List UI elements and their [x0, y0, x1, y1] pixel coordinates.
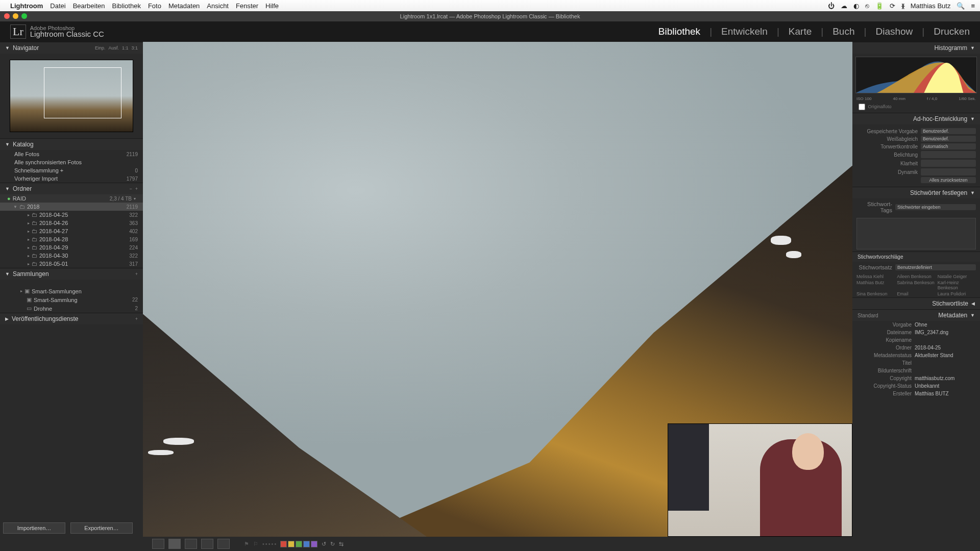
- publish-header[interactable]: ▶ Veröffentlichungsdienste +: [0, 313, 143, 324]
- vibrance-stepper[interactable]: [921, 168, 976, 176]
- plus-icon[interactable]: +: [135, 186, 138, 191]
- tone-auto-button[interactable]: Automatisch: [921, 143, 976, 149]
- catalog-row[interactable]: Alle Fotos2119: [0, 150, 143, 158]
- kwlist-header[interactable]: Stichwortliste ◀: [852, 297, 980, 309]
- catalog-row[interactable]: Vorheriger Import1797: [0, 174, 143, 183]
- survey-view-button[interactable]: [201, 539, 213, 549]
- import-button[interactable]: Importieren…: [3, 522, 65, 534]
- keyword-suggestion[interactable]: Laura Polidori: [938, 291, 976, 296]
- rating-stars[interactable]: •••••: [262, 541, 276, 547]
- module-buch[interactable]: Buch: [832, 26, 854, 37]
- menu-bibliothek[interactable]: Bibliothek: [112, 2, 141, 10]
- catalog-row[interactable]: Schnellsammlung +0: [0, 166, 143, 174]
- keyword-suggestion[interactable]: Aileen Benkeson: [897, 274, 935, 279]
- exposure-stepper[interactable]: [921, 151, 976, 158]
- clarity-stepper[interactable]: [921, 160, 976, 167]
- metadata-row[interactable]: Copyright-StatusUnbekannt: [852, 382, 980, 390]
- sys-icon[interactable]: 🔋: [875, 2, 884, 10]
- module-bibliothek[interactable]: Bibliothek: [658, 26, 700, 37]
- navigator-thumbnail[interactable]: [10, 60, 133, 132]
- rotate-left-icon[interactable]: ↺: [322, 541, 326, 547]
- navigator-crop-frame[interactable]: [44, 67, 121, 118]
- spotlight-icon[interactable]: 🔍: [957, 2, 965, 10]
- folder-row[interactable]: ▸🗀2018-04-29224: [0, 243, 143, 252]
- metadata-row[interactable]: DateinameIMG_2347.dng: [852, 329, 980, 336]
- sys-icon[interactable]: ᚕ: [901, 2, 904, 10]
- minus-icon[interactable]: −: [129, 186, 132, 191]
- original-checkbox[interactable]: [859, 104, 865, 110]
- collections-header[interactable]: ▼ Sammlungen +: [0, 268, 143, 280]
- plus-icon[interactable]: +: [135, 271, 138, 277]
- sync-icon[interactable]: ⇆: [339, 541, 344, 547]
- kw-sugg-header[interactable]: Stichwortvorschläge: [852, 252, 980, 262]
- collection-row[interactable]: ▭Drohne2: [0, 304, 143, 313]
- loupe-view[interactable]: [143, 42, 852, 537]
- volume-row[interactable]: ● RAID 2,3 / 4 TB ▾: [0, 194, 143, 203]
- folder-row[interactable]: ▸🗀2018-04-26363: [0, 219, 143, 227]
- menu-fenster[interactable]: Fenster: [236, 2, 258, 10]
- zoom-mode[interactable]: 3:1: [131, 45, 138, 51]
- sys-user[interactable]: Matthias Butz: [911, 2, 951, 10]
- sys-icon[interactable]: ⟳: [890, 2, 895, 10]
- menu-icon[interactable]: ≡: [971, 2, 975, 10]
- histogram[interactable]: [855, 57, 977, 93]
- disclosure-triangle-icon[interactable]: ◀: [971, 301, 975, 306]
- metadata-row[interactable]: ErstellerMatthias BUTZ: [852, 390, 980, 397]
- menu-bearbeiten[interactable]: Bearbeiten: [73, 2, 105, 10]
- rotate-right-icon[interactable]: ↻: [330, 541, 335, 547]
- keyword-set-dropdown[interactable]: Benutzerdefiniert: [895, 264, 976, 270]
- close-button[interactable]: [4, 13, 10, 19]
- folder-row[interactable]: ▸🗀2018-05-01317: [0, 260, 143, 268]
- folder-row[interactable]: ▸🗀2018-04-27402: [0, 227, 143, 235]
- menu-foto[interactable]: Foto: [148, 2, 161, 10]
- disclosure-triangle-icon[interactable]: ▼: [5, 271, 10, 277]
- metadata-row[interactable]: Copyrightmatthiasbutz.com: [852, 374, 980, 382]
- export-button[interactable]: Exportieren…: [70, 522, 133, 534]
- disclosure-triangle-icon[interactable]: ▼: [5, 186, 10, 191]
- folder-year[interactable]: ▼ 🗀 2018 2119: [0, 203, 143, 211]
- loupe-view-button[interactable]: [168, 539, 181, 549]
- keyword-suggestion[interactable]: Natalie Geiger: [938, 274, 976, 279]
- metadata-preset-dropdown[interactable]: Standard: [857, 313, 878, 318]
- collection-row[interactable]: ▸▣Smart-Sammlungen: [0, 287, 143, 295]
- metadata-row[interactable]: Bildunterschrift: [852, 367, 980, 374]
- disclosure-triangle-icon[interactable]: ▼: [970, 116, 975, 121]
- keyword-textarea[interactable]: [856, 218, 976, 249]
- color-labels[interactable]: [280, 541, 317, 547]
- histogram-header[interactable]: Histogramm ▼: [852, 42, 980, 54]
- chevron-down-icon[interactable]: ▾: [134, 196, 136, 201]
- disclosure-triangle-icon[interactable]: ▼: [13, 205, 17, 209]
- collection-row[interactable]: ▣Smart-Sammlung22: [0, 295, 143, 304]
- sys-icon[interactable]: ⎋: [865, 2, 869, 10]
- plus-icon[interactable]: +: [135, 316, 138, 321]
- module-karte[interactable]: Karte: [789, 26, 812, 37]
- fullscreen-button[interactable]: [21, 13, 27, 19]
- grid-view-button[interactable]: [152, 539, 164, 549]
- metadata-row[interactable]: Kopiename: [852, 336, 980, 344]
- folder-row[interactable]: ▸🗀2018-04-25322: [0, 211, 143, 219]
- keyword-suggestion[interactable]: Sabrina Benkeson: [897, 280, 935, 290]
- people-view-button[interactable]: [217, 539, 230, 549]
- minimize-button[interactable]: [13, 13, 18, 19]
- app-menu[interactable]: Lightroom: [10, 2, 43, 10]
- disclosure-triangle-icon[interactable]: ▼: [5, 142, 10, 147]
- disclosure-triangle-icon[interactable]: ▼: [5, 45, 10, 51]
- keyword-suggestion[interactable]: Matthias Butz: [856, 280, 895, 290]
- zoom-mode[interactable]: Einp.: [95, 45, 106, 51]
- catalog-header[interactable]: ▼ Katalog: [0, 138, 143, 150]
- menu-ansicht[interactable]: Ansicht: [207, 2, 229, 10]
- module-diashow[interactable]: Diashow: [875, 26, 913, 37]
- flag-pick-icon[interactable]: ⚑: [244, 541, 249, 547]
- menu-metadaten[interactable]: Metadaten: [168, 2, 200, 10]
- metadata-row[interactable]: MetadatenstatusAktuellster Stand: [852, 352, 980, 359]
- keyword-suggestion[interactable]: Melissa Kiehl: [856, 274, 895, 279]
- menu-datei[interactable]: Datei: [50, 2, 65, 10]
- navigator-header[interactable]: ▼ Navigator Einp. Ausf. 1:1 3:1: [0, 42, 143, 54]
- metadata-row[interactable]: VorgabeOhne: [852, 321, 980, 329]
- wb-dropdown[interactable]: Benutzerdef.: [921, 136, 976, 142]
- module-drucken[interactable]: Drucken: [934, 26, 970, 37]
- module-entwickeln[interactable]: Entwickeln: [721, 26, 768, 37]
- folder-row[interactable]: ▸🗀2018-04-28169: [0, 235, 143, 243]
- sys-icon[interactable]: ⏻: [828, 2, 835, 10]
- metadata-header[interactable]: Standard Metadaten ▼: [852, 309, 980, 321]
